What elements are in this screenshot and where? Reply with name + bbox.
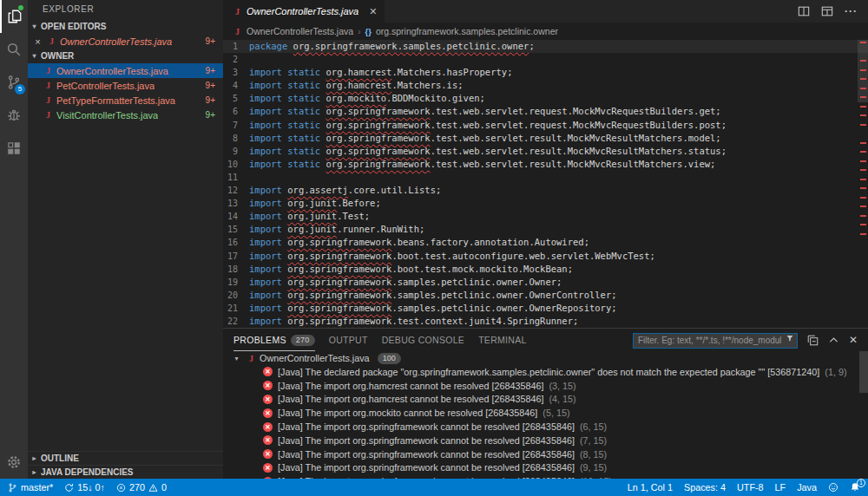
line-number: 18	[223, 263, 249, 276]
collapse-all-icon[interactable]	[807, 335, 819, 346]
code-token: import static	[249, 120, 326, 130]
code-line[interactable]: 5 import static org.mockito.BDDMockito.g…	[223, 92, 868, 105]
code-text: import org.springframework.boot.test.aut…	[249, 250, 655, 263]
feedback-button[interactable]	[828, 482, 838, 493]
close-icon[interactable]: ✕	[369, 6, 377, 17]
problem-row[interactable]: ✕ [Java] The import org.springframework …	[223, 420, 868, 434]
explorer-file-item[interactable]: J PetTypeFormatterTests.java 9+	[28, 93, 223, 108]
tab-owner-controller-tests[interactable]: J OwnerControllerTests.java ✕	[223, 0, 385, 23]
overview-ruler[interactable]	[858, 40, 868, 328]
tab-debug-console[interactable]: DEBUG CONSOLE	[382, 329, 465, 351]
search-activity-button[interactable]	[0, 33, 28, 66]
explorer-file-item[interactable]: J OwnerControllerTests.java 9+	[28, 63, 223, 78]
code-editor[interactable]: 1 package org.springframework.samples.pe…	[223, 40, 868, 328]
problems-file-group[interactable]: ▾ J OwnerControllerTests.java 100	[223, 351, 868, 365]
split-editor-icon[interactable]	[798, 5, 810, 17]
editor-scrollbar-thumb[interactable]	[858, 40, 868, 102]
git-branch-status[interactable]: master*	[8, 482, 53, 493]
code-line[interactable]: 16 import org.springframework.beans.fact…	[223, 236, 868, 249]
panel-tab-label: TERMINAL	[478, 335, 527, 345]
explorer-activity-button[interactable]	[0, 0, 28, 33]
git-branch-icon	[8, 483, 17, 493]
code-line[interactable]: 1 package org.springframework.samples.pe…	[223, 40, 868, 53]
close-panel-icon[interactable]: ✕	[849, 334, 858, 346]
outline-section-header[interactable]: ▸ OUTLINE	[28, 451, 223, 465]
code-token: org.springframework	[287, 264, 391, 274]
breadcrumb-package[interactable]: org.springframework.samples.petclinic.ow…	[376, 26, 558, 36]
java-dependencies-section-header[interactable]: ▸ JAVA DEPENDENCIES	[28, 465, 223, 479]
code-line[interactable]: 11	[223, 171, 868, 184]
code-line[interactable]: 22 import org.springframework.test.conte…	[223, 315, 868, 328]
editor-layout-icon[interactable]	[821, 5, 833, 17]
indentation-setting[interactable]: Spaces: 4	[684, 482, 726, 493]
breadcrumb-file[interactable]: OwnerControllerTests.java	[247, 26, 353, 36]
code-line[interactable]: 12 import org.assertj.core.util.Lists;	[223, 184, 868, 197]
problem-location: (4, 15)	[549, 394, 576, 404]
problems-filter-input[interactable]	[633, 333, 798, 349]
close-icon[interactable]: ×	[32, 36, 43, 47]
code-line[interactable]: 20 import org.springframework.samples.pe…	[223, 289, 868, 302]
code-line[interactable]: 4 import static org.hamcrest.Matchers.is…	[223, 79, 868, 92]
open-editor-item[interactable]: × J OwnerControllerTests.java 9+	[28, 34, 223, 49]
error-mark	[860, 114, 866, 116]
error-icon: ✕	[263, 477, 273, 479]
code-line[interactable]: 21 import org.springframework.samples.pe…	[223, 302, 868, 315]
open-editors-header[interactable]: ▾ OPEN EDITORS	[28, 19, 223, 34]
code-line[interactable]: 2	[223, 53, 868, 66]
line-number: 17	[223, 250, 249, 263]
tab-output[interactable]: OUTPUT	[329, 329, 368, 351]
extensions-activity-button[interactable]	[0, 132, 28, 165]
code-line[interactable]: 6 import static org.springframework.test…	[223, 105, 868, 118]
line-number: 12	[223, 184, 249, 197]
problem-row[interactable]: ✕ [Java] The import org.springframework …	[223, 434, 868, 447]
line-number: 19	[223, 276, 249, 289]
debug-activity-button[interactable]	[0, 99, 28, 132]
filter-icon[interactable]	[786, 334, 794, 343]
problem-row[interactable]: ✕ [Java] The import org.springframework …	[223, 474, 868, 479]
problems-status[interactable]: 270 0	[116, 482, 167, 493]
error-mark	[860, 187, 866, 189]
maximize-panel-icon[interactable]	[828, 335, 839, 346]
code-line[interactable]: 3 import static org.hamcrest.Matchers.ha…	[223, 66, 868, 79]
tab-problems[interactable]: PROBLEMS 270	[233, 329, 315, 351]
code-token: .test.web.servlet.result.MockMvcResultMa…	[431, 133, 721, 143]
file-name: OwnerControllerTests.java	[260, 353, 370, 363]
open-editors-label: OPEN EDITORS	[41, 22, 106, 31]
explorer-file-item[interactable]: J PetControllerTests.java 9+	[28, 78, 223, 93]
problem-row[interactable]: ✕ [Java] The declared package "org.sprin…	[223, 365, 868, 379]
eol-setting[interactable]: LF	[775, 482, 786, 493]
language-mode[interactable]: Java	[797, 482, 817, 493]
sync-status[interactable]: 15↓ 0↑	[64, 482, 105, 493]
problem-row[interactable]: ✕ [Java] The import org.springframework …	[223, 461, 868, 475]
problem-row[interactable]: ✕ [Java] The import org.hamcrest cannot …	[223, 393, 868, 407]
cursor-position[interactable]: Ln 1, Col 1	[628, 482, 673, 493]
code-line[interactable]: 15 import org.junit.runner.RunWith;	[223, 223, 868, 236]
folder-header[interactable]: ▾ OWNER	[28, 49, 223, 63]
code-text: import org.junit.runner.RunWith;	[249, 223, 424, 236]
error-mark	[860, 179, 866, 180]
code-token: org.junit	[287, 198, 337, 208]
code-line[interactable]: 7 import static org.springframework.test…	[223, 119, 868, 132]
line-number: 10	[223, 158, 249, 171]
code-line[interactable]: 13 import org.junit.Before;	[223, 197, 868, 210]
problem-row[interactable]: ✕ [Java] The import org.hamcrest cannot …	[223, 379, 868, 393]
settings-button[interactable]	[0, 446, 28, 479]
more-actions-icon[interactable]: ···	[845, 5, 858, 17]
chevron-down-icon[interactable]: ▾	[230, 355, 243, 362]
problem-row[interactable]: ✕ [Java] The import org.springframework …	[223, 447, 868, 461]
panel-scrollbar-thumb[interactable]	[859, 351, 868, 393]
encoding-setting[interactable]: UTF-8	[737, 482, 764, 493]
code-line[interactable]: 8 import static org.springframework.test…	[223, 132, 868, 145]
problem-row[interactable]: ✕ [Java] The import org.mockito cannot b…	[223, 406, 868, 420]
code-line[interactable]: 14 import org.junit.Test;	[223, 210, 868, 223]
code-line[interactable]: 18 import org.springframework.boot.test.…	[223, 263, 868, 276]
explorer-file-item[interactable]: J VisitControllerTests.java 9+	[28, 108, 223, 122]
code-text: import static org.hamcrest.Matchers.is;	[249, 79, 464, 92]
code-line[interactable]: 10 import static org.springframework.tes…	[223, 158, 868, 171]
code-line[interactable]: 17 import org.springframework.boot.test.…	[223, 250, 868, 263]
notifications-button[interactable]: 1	[850, 482, 860, 493]
source-control-activity-button[interactable]: 5	[0, 66, 28, 99]
tab-terminal[interactable]: TERMINAL	[478, 329, 527, 351]
code-line[interactable]: 9 import static org.springframework.test…	[223, 145, 868, 158]
code-line[interactable]: 19 import org.springframework.samples.pe…	[223, 276, 868, 289]
